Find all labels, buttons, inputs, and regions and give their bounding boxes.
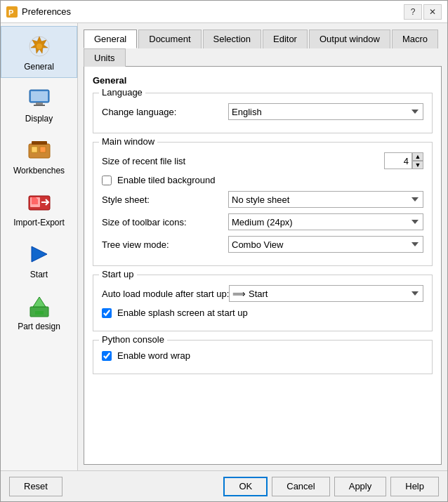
- recent-files-down[interactable]: ▼: [412, 161, 423, 169]
- help-button[interactable]: ?: [404, 4, 422, 20]
- cancel-button[interactable]: Cancel: [272, 477, 329, 496]
- app-icon: P: [6, 6, 18, 18]
- reset-button[interactable]: Reset: [9, 477, 62, 496]
- python-console-title: Python console: [99, 334, 167, 345]
- display-icon: [25, 84, 53, 112]
- language-select-wrap: English German French: [228, 103, 423, 120]
- recent-files-spinner-wrap: ▲ ▼: [228, 152, 423, 169]
- word-wrap-checkbox[interactable]: [102, 351, 112, 361]
- sidebar-label-display: Display: [25, 114, 53, 124]
- sidebar-item-start[interactable]: Start: [1, 234, 77, 286]
- autoload-row: Auto load module after start up: ⟹ Start…: [102, 285, 423, 302]
- sidebar-label-start: Start: [30, 270, 48, 279]
- change-language-row: Change language: English German French: [102, 103, 423, 120]
- sidebar-item-display[interactable]: Display: [1, 78, 77, 130]
- svg-rect-6: [36, 103, 43, 105]
- autoload-select[interactable]: ⟹ Start None: [229, 285, 423, 302]
- word-wrap-row: Enable word wrap: [102, 350, 423, 361]
- preferences-window: P Preferences ? ✕ General: [0, 0, 448, 502]
- startup-body: Auto load module after start up: ⟹ Start…: [93, 275, 432, 331]
- recent-files-spinner-btns: ▲ ▼: [412, 152, 423, 169]
- sidebar: General Display: [1, 23, 78, 470]
- main-window-group: Main window Size of recent file list ▲ ▼: [93, 142, 433, 266]
- right-panel: General Document Selection Editor Output…: [78, 23, 447, 470]
- tab-bar: General Document Selection Editor Output…: [84, 29, 442, 66]
- sidebar-item-general[interactable]: General: [1, 26, 77, 78]
- tree-view-row: Tree view mode: Combo View TreeView only…: [102, 236, 423, 253]
- language-select[interactable]: English German French: [228, 103, 423, 120]
- stylesheet-select-wrap: No style sheet Dark Light: [228, 191, 423, 208]
- svg-rect-9: [32, 147, 37, 152]
- tab-general[interactable]: General: [84, 29, 137, 48]
- start-icon: [25, 240, 53, 268]
- svg-rect-17: [35, 311, 44, 315]
- tiled-bg-checkbox[interactable]: [102, 176, 112, 185]
- main-window-body: Size of recent file list ▲ ▼: [93, 143, 432, 265]
- sidebar-label-part-design: Part design: [18, 322, 60, 331]
- word-wrap-label: Enable word wrap: [117, 350, 190, 361]
- tab-document[interactable]: Document: [138, 29, 201, 48]
- tab-units[interactable]: Units: [84, 48, 126, 67]
- change-language-label: Change language:: [102, 107, 228, 117]
- tree-view-select-wrap: Combo View TreeView only PropertyView on…: [228, 236, 423, 253]
- language-group-title: Language: [99, 87, 145, 98]
- help-bottom-button[interactable]: Help: [390, 477, 439, 496]
- tree-view-label: Tree view mode:: [102, 239, 228, 250]
- bottom-bar: Reset OK Cancel Apply Help: [1, 470, 447, 501]
- general-icon: [25, 32, 53, 60]
- tree-view-select[interactable]: Combo View TreeView only PropertyView on…: [228, 236, 423, 253]
- sidebar-label-general: General: [24, 62, 54, 72]
- toolbar-icons-row: Size of toolbar icons: Small (16px) Medi…: [102, 213, 423, 230]
- window-controls: ? ✕: [404, 4, 442, 20]
- tab-selection[interactable]: Selection: [203, 29, 261, 48]
- recent-files-label: Size of recent file list: [102, 156, 228, 166]
- recent-files-up[interactable]: ▲: [412, 152, 423, 161]
- tab-output-window[interactable]: Output window: [309, 29, 390, 48]
- content-section-title: General: [93, 75, 433, 86]
- toolbar-select[interactable]: Small (16px) Medium (24px) Large (32px): [228, 213, 423, 230]
- workbenches-icon: [25, 136, 53, 164]
- svg-marker-16: [33, 297, 46, 307]
- sidebar-label-workbenches: Workbenches: [13, 166, 65, 176]
- close-button[interactable]: ✕: [423, 4, 442, 20]
- startup-title: Start up: [99, 269, 137, 279]
- ok-button[interactable]: OK: [223, 477, 268, 496]
- toolbar-select-wrap: Small (16px) Medium (24px) Large (32px): [228, 213, 423, 230]
- stylesheet-row: Style sheet: No style sheet Dark Light: [102, 191, 423, 208]
- tiled-bg-label: Enable tiled background: [117, 175, 216, 185]
- recent-files-input[interactable]: [384, 152, 412, 169]
- apply-button[interactable]: Apply: [334, 477, 387, 496]
- tab-content-general: General Language Change language: Englis…: [84, 66, 442, 465]
- splash-label: Enable splash screen at start up: [117, 308, 248, 318]
- language-group: Language Change language: English German…: [93, 93, 433, 133]
- svg-point-3: [37, 44, 42, 49]
- main-content: General Display: [1, 23, 447, 470]
- svg-rect-5: [31, 91, 48, 101]
- toolbar-icons-label: Size of toolbar icons:: [102, 217, 228, 227]
- python-console-group: Python console Enable word wrap: [93, 340, 433, 374]
- tab-macro[interactable]: Macro: [392, 29, 438, 48]
- splash-row: Enable splash screen at start up: [102, 308, 423, 318]
- svg-rect-10: [40, 147, 46, 152]
- title-bar: P Preferences ? ✕: [1, 1, 447, 23]
- svg-rect-7: [34, 105, 45, 106]
- window-title: Preferences: [22, 6, 404, 17]
- part-design-icon: [25, 292, 53, 320]
- stylesheet-label: Style sheet:: [102, 194, 228, 205]
- stylesheet-select[interactable]: No style sheet Dark Light: [228, 191, 423, 208]
- tab-editor[interactable]: Editor: [263, 29, 308, 48]
- sidebar-item-import-export[interactable]: Import-Export: [1, 182, 77, 234]
- svg-rect-11: [32, 141, 47, 145]
- autoload-label: Auto load module after start up:: [102, 289, 229, 299]
- svg-text:P: P: [8, 8, 13, 17]
- sidebar-label-import-export: Import-Export: [13, 218, 65, 227]
- sidebar-item-part-design[interactable]: Part design: [1, 286, 77, 338]
- import-export-icon: [25, 188, 53, 216]
- language-section-body: Change language: English German French: [93, 93, 432, 133]
- sidebar-item-workbenches[interactable]: Workbenches: [1, 130, 77, 182]
- tiled-bg-row: Enable tiled background: [102, 175, 423, 185]
- autoload-select-wrap: ⟹ Start None: [229, 285, 423, 302]
- splash-checkbox[interactable]: [102, 308, 112, 318]
- main-window-title: Main window: [99, 136, 157, 147]
- python-console-body: Enable word wrap: [93, 341, 432, 374]
